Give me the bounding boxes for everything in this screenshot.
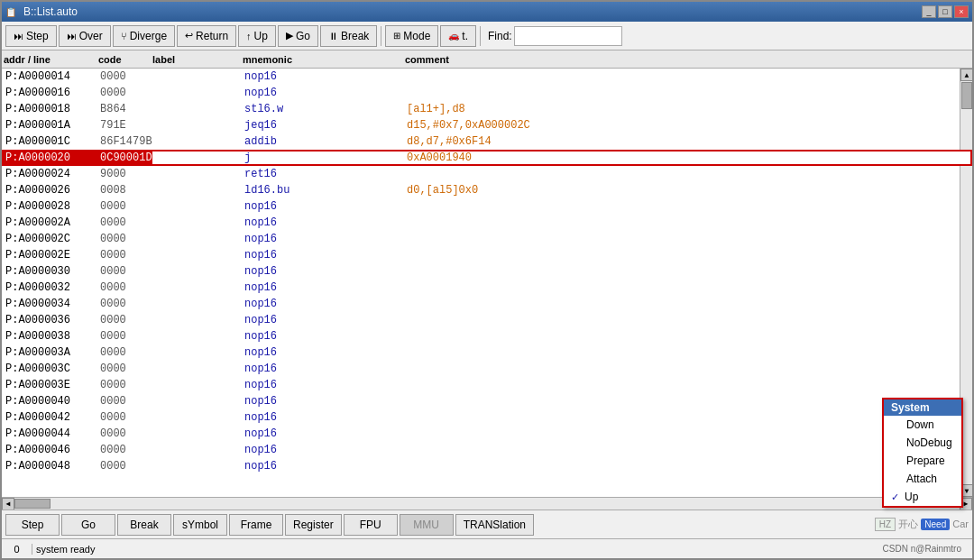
- table-row[interactable]: P:A00000160000nop16: [2, 85, 972, 101]
- code-list[interactable]: P:A00000140000nop16P:A00000160000nop16P:…: [2, 69, 972, 497]
- table-row[interactable]: P:A00000400000nop16: [2, 393, 972, 409]
- bottom-mmu-button[interactable]: MMU: [400, 514, 454, 536]
- cell-code: 0000: [98, 458, 152, 474]
- step-icon: ⏭: [14, 31, 23, 41]
- cell-code: 0000: [98, 377, 152, 393]
- table-row[interactable]: P:A00000340000nop16: [2, 296, 972, 312]
- bottom-register-button[interactable]: Register: [285, 514, 342, 536]
- cell-addr: P:A000002E: [4, 247, 98, 263]
- table-row[interactable]: P:A00000460000nop16: [2, 442, 972, 458]
- toolbar: ⏭ Step ⏭ Over ⑂ Diverge ↩ Return ↑ Up ▶ …: [2, 22, 972, 50]
- table-row[interactable]: P:A00000200C90001Dj0xA0001940: [2, 150, 972, 166]
- transport-button[interactable]: 🚗 t.: [440, 25, 476, 47]
- up-button[interactable]: ↑ Up: [238, 25, 276, 47]
- table-row[interactable]: P:A000001A791Ejeq16d15,#0x7,0xA000002C: [2, 117, 972, 133]
- context-menu-item-nodebug[interactable]: NoDebug: [884, 434, 961, 452]
- cell-addr: P:A0000014: [4, 69, 98, 85]
- table-row[interactable]: P:A000003C0000nop16: [2, 361, 972, 377]
- cell-label: [152, 150, 243, 166]
- table-row[interactable]: P:A000002A0000nop16: [2, 215, 972, 231]
- code-rows-wrapper: P:A00000140000nop16P:A00000160000nop16P:…: [2, 69, 972, 497]
- cell-comment: d15,#0x7,0xA000002C: [405, 117, 972, 133]
- column-headers: addr / line code label mnemonic comment: [2, 50, 972, 69]
- bottom-translation-button[interactable]: TRANSlation: [455, 514, 534, 536]
- table-row[interactable]: P:A00000280000nop16: [2, 198, 972, 215]
- bottom-fpu-button[interactable]: FPU: [344, 514, 398, 536]
- cell-mnemonic: nop16: [243, 263, 405, 280]
- table-row[interactable]: P:A000001C86F1479Baddibd8,d7,#0x6F14: [2, 133, 972, 150]
- scroll-up-btn[interactable]: ▲: [960, 69, 972, 81]
- cell-code: 0000: [98, 231, 152, 247]
- table-row[interactable]: P:A000002C0000nop16: [2, 231, 972, 247]
- table-row[interactable]: P:A00000420000nop16: [2, 409, 972, 426]
- cell-code: 0000: [98, 69, 152, 85]
- context-menu-item-up[interactable]: Up: [884, 488, 961, 506]
- table-row[interactable]: P:A000003A0000nop16: [2, 344, 972, 361]
- close-button[interactable]: ×: [954, 5, 969, 18]
- context-menu-item-prepare[interactable]: Prepare: [884, 452, 961, 470]
- table-row[interactable]: P:A00000380000nop16: [2, 328, 972, 344]
- bottom-break-button[interactable]: Break: [117, 514, 171, 536]
- cell-code: 0000: [98, 426, 152, 442]
- table-row[interactable]: P:A00000249000ret16: [2, 166, 972, 182]
- cell-code: 0C90001D: [98, 150, 152, 166]
- logo-area: HZ 开心 Need Car: [875, 518, 969, 531]
- go-button[interactable]: ▶ Go: [278, 25, 318, 47]
- scroll-thumb[interactable]: [961, 82, 972, 109]
- table-row[interactable]: P:A00000480000nop16: [2, 458, 972, 474]
- maximize-button[interactable]: □: [938, 5, 952, 18]
- table-row[interactable]: P:A00000360000nop16: [2, 312, 972, 328]
- code-area: addr / line code label mnemonic comment …: [2, 50, 972, 510]
- cell-comment: 0xA0001940: [405, 150, 972, 166]
- return-icon: ↩: [185, 30, 193, 41]
- table-row[interactable]: P:A00000300000nop16: [2, 263, 972, 280]
- hz-label: HZ: [875, 518, 896, 531]
- table-row[interactable]: P:A00000260008ld16.bud0,[al5]0x0: [2, 182, 972, 198]
- diverge-button[interactable]: ⑂ Diverge: [113, 25, 175, 47]
- cell-addr: P:A0000032: [4, 280, 98, 296]
- cell-mnemonic: nop16: [243, 69, 405, 85]
- cell-addr: P:A0000028: [4, 198, 98, 215]
- cell-comment: [405, 166, 972, 182]
- table-row[interactable]: P:A000002E0000nop16: [2, 247, 972, 263]
- step-button[interactable]: ⏭ Step: [5, 25, 57, 47]
- cell-comment: [405, 280, 972, 296]
- bottom-symbol-button[interactable]: sYmbol: [173, 514, 227, 536]
- find-input[interactable]: [514, 26, 622, 46]
- cell-mnemonic: nop16: [243, 393, 405, 409]
- bottom-toolbar: Step Go Break sYmbol Frame Register FPU …: [2, 510, 972, 538]
- bottom-step-button[interactable]: Step: [5, 514, 60, 536]
- horizontal-scrollbar[interactable]: ◀ ▶: [2, 497, 972, 510]
- mode-button[interactable]: ⊞ Mode: [385, 25, 438, 47]
- h-scroll-left-btn[interactable]: ◀: [2, 498, 14, 510]
- table-row[interactable]: P:A00000320000nop16: [2, 280, 972, 296]
- context-menu-item-down[interactable]: Down: [884, 416, 961, 434]
- bottom-frame-button[interactable]: Frame: [229, 514, 283, 536]
- cell-addr: P:A0000038: [4, 328, 98, 344]
- cell-mnemonic: addib: [243, 133, 405, 150]
- cell-label: [152, 328, 243, 344]
- h-scroll-track[interactable]: [14, 498, 960, 510]
- status-bar: 0 system ready CSDN n@Rainmtro: [2, 538, 972, 558]
- table-row[interactable]: P:A000003E0000nop16: [2, 377, 972, 393]
- cell-label: [152, 231, 243, 247]
- cell-mnemonic: nop16: [243, 458, 405, 474]
- break-button[interactable]: ⏸ Break: [320, 25, 377, 47]
- cell-comment: [405, 312, 972, 328]
- cell-addr: P:A0000026: [4, 182, 98, 198]
- table-row[interactable]: P:A0000018B864stl6.w[al1+],d8: [2, 101, 972, 117]
- over-button[interactable]: ⏭ Over: [59, 25, 111, 47]
- table-row[interactable]: P:A00000140000nop16: [2, 69, 972, 85]
- return-button[interactable]: ↩ Return: [177, 25, 236, 47]
- h-scroll-thumb[interactable]: [14, 499, 51, 509]
- table-row[interactable]: P:A00000440000nop16: [2, 426, 972, 442]
- cell-label: [152, 247, 243, 263]
- minimize-button[interactable]: _: [922, 5, 936, 18]
- context-menu-item-attach[interactable]: Attach: [884, 470, 961, 488]
- cell-addr: P:A000003E: [4, 377, 98, 393]
- cell-addr: P:A0000024: [4, 166, 98, 182]
- cell-comment: [405, 69, 972, 85]
- cell-mnemonic: nop16: [243, 426, 405, 442]
- need-label: Need: [921, 519, 950, 530]
- bottom-go-button[interactable]: Go: [61, 514, 115, 536]
